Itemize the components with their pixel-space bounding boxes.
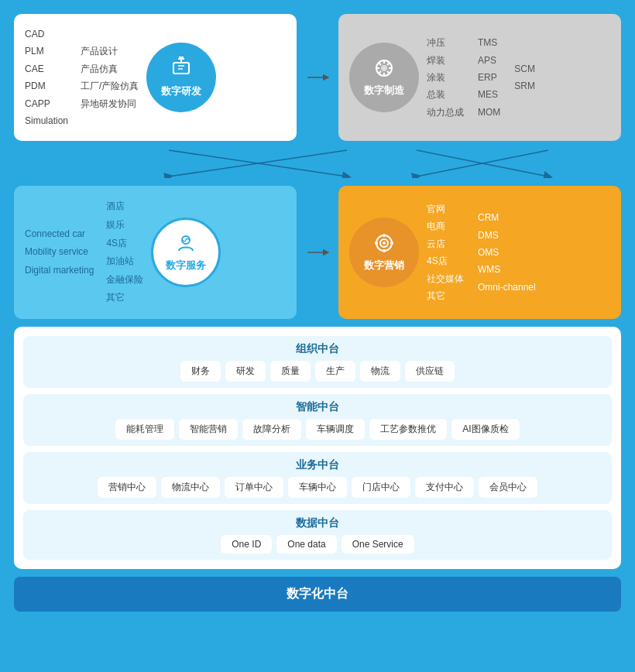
mfg-left-text: 冲压 焊装 涂装 总装 动力总成 — [427, 35, 464, 120]
business-item-1: 营销中心 — [98, 477, 156, 498]
business-item-4: 车辆中心 — [288, 477, 347, 498]
research-left-text: CAD PLM CAE PDM CAPP Simulation — [25, 26, 68, 129]
data-item-2: One data — [276, 535, 336, 554]
org-item-2: 研发 — [225, 361, 266, 382]
service-middle-text: 酒店 娱乐 4S店 加油站 金融保险 其它 — [106, 198, 143, 307]
svg-line-9 — [387, 71, 390, 74]
mfg-right-text2: SCM SRM — [514, 61, 535, 94]
business-items: 营销中心 物流中心 订单中心 车辆中心 门店中心 支付中心 会员中心 — [31, 477, 604, 498]
marketing-label: 数字营销 — [364, 259, 404, 273]
svg-point-20 — [383, 242, 386, 245]
service-left-text: Connected car Mobility service Digital m… — [25, 226, 94, 279]
main-wrapper: CAD PLM CAE PDM CAPP Simulation 产品设计 产品仿… — [14, 14, 621, 612]
marketing-left-text: 官网 电商 云店 4S店 社交媒体 其它 — [427, 201, 464, 303]
smart-item-2: 智能营销 — [179, 419, 238, 440]
smart-item-1: 能耗管理 — [115, 419, 174, 440]
cross-arrows-svg — [14, 149, 621, 178]
marketing-icon — [373, 232, 395, 259]
data-item-3: One Service — [342, 535, 414, 554]
svg-point-24 — [390, 242, 393, 245]
svg-line-11 — [379, 71, 381, 74]
smart-item-6: AI图像质检 — [451, 419, 519, 440]
svg-line-10 — [387, 63, 390, 65]
digital-service-circle: 数字服务 — [151, 218, 221, 287]
manufacturing-label: 数字制造 — [364, 84, 404, 98]
top-section: CAD PLM CAE PDM CAPP Simulation 产品设计 产品仿… — [14, 14, 621, 141]
business-item-6: 支付中心 — [415, 477, 474, 498]
bottom-bar: 数字化中台 — [14, 577, 621, 612]
svg-rect-0 — [173, 63, 189, 74]
data-items: One ID One data One Service — [31, 535, 604, 554]
research-middle-text: 产品设计 产品仿真 工厂/产险仿真 异地研发协同 — [81, 43, 139, 111]
digital-manufacturing-circle: 数字制造 — [349, 43, 419, 112]
smart-item-4: 车辆调度 — [306, 419, 365, 440]
marketing-box: 数字营销 官网 电商 云店 4S店 社交媒体 其它 CRM DMS OMS WM… — [338, 186, 621, 319]
research-icon — [170, 57, 192, 83]
bottom-bar-label: 数字化中台 — [287, 587, 348, 600]
marketing-right-text: CRM DMS OMS WMS Omni-channel — [478, 210, 536, 295]
data-title: 数据中台 — [31, 516, 604, 530]
org-item-5: 物流 — [360, 361, 400, 382]
svg-point-22 — [383, 249, 386, 252]
org-title: 组织中台 — [31, 342, 604, 356]
smart-platform-row: 智能中台 能耗管理 智能营销 故障分析 车辆调度 工艺参数推优 AI图像质检 — [23, 394, 612, 446]
service-label: 数字服务 — [166, 259, 206, 273]
mfg-icon — [373, 57, 395, 84]
data-item-1: One ID — [221, 535, 272, 554]
data-platform-row: 数据中台 One ID One data One Service — [23, 510, 612, 560]
service-arrow — [304, 186, 331, 319]
service-icon — [175, 232, 197, 259]
service-section: Connected car Mobility service Digital m… — [14, 186, 621, 319]
platform-area: 组织中台 财务 研发 质量 生产 物流 供应链 智能中台 能耗管理 智能营销 故… — [14, 327, 621, 569]
digital-marketing-circle: 数字营销 — [349, 218, 419, 287]
research-label: 数字研发 — [161, 84, 201, 98]
svg-line-8 — [379, 63, 381, 65]
smart-item-5: 工艺参数推优 — [369, 419, 447, 440]
manufacturing-box: 数字制造 冲压 焊装 涂装 总装 动力总成 TMS APS ERP MES MO… — [338, 14, 621, 141]
org-platform-row: 组织中台 财务 研发 质量 生产 物流 供应链 — [23, 336, 612, 388]
svg-point-23 — [375, 242, 378, 245]
smart-item-3: 故障分析 — [242, 419, 301, 440]
digital-research-circle: 数字研发 — [146, 43, 216, 112]
org-item-3: 质量 — [270, 361, 311, 382]
smart-title: 智能中台 — [31, 400, 604, 414]
cross-section — [14, 149, 621, 178]
mfg-right-text1: TMS APS ERP MES MOM — [478, 35, 500, 120]
smart-items: 能耗管理 智能营销 故障分析 车辆调度 工艺参数推优 AI图像质检 — [31, 419, 604, 440]
org-items: 财务 研发 质量 生产 物流 供应链 — [31, 361, 604, 382]
org-item-6: 供应链 — [405, 361, 455, 382]
research-box: CAD PLM CAE PDM CAPP Simulation 产品设计 产品仿… — [14, 14, 297, 141]
business-item-5: 门店中心 — [352, 477, 410, 498]
business-item-7: 会员中心 — [479, 477, 537, 498]
svg-point-21 — [383, 234, 386, 237]
business-item-2: 物流中心 — [161, 477, 220, 498]
top-arrow — [304, 14, 331, 141]
svg-point-3 — [381, 65, 387, 71]
org-item-4: 生产 — [315, 361, 355, 382]
business-item-3: 订单中心 — [225, 477, 283, 498]
business-platform-row: 业务中台 营销中心 物流中心 订单中心 车辆中心 门店中心 支付中心 会员中心 — [23, 452, 612, 504]
org-item-1: 财务 — [180, 361, 221, 382]
business-title: 业务中台 — [31, 458, 604, 472]
service-box: Connected car Mobility service Digital m… — [14, 186, 297, 319]
